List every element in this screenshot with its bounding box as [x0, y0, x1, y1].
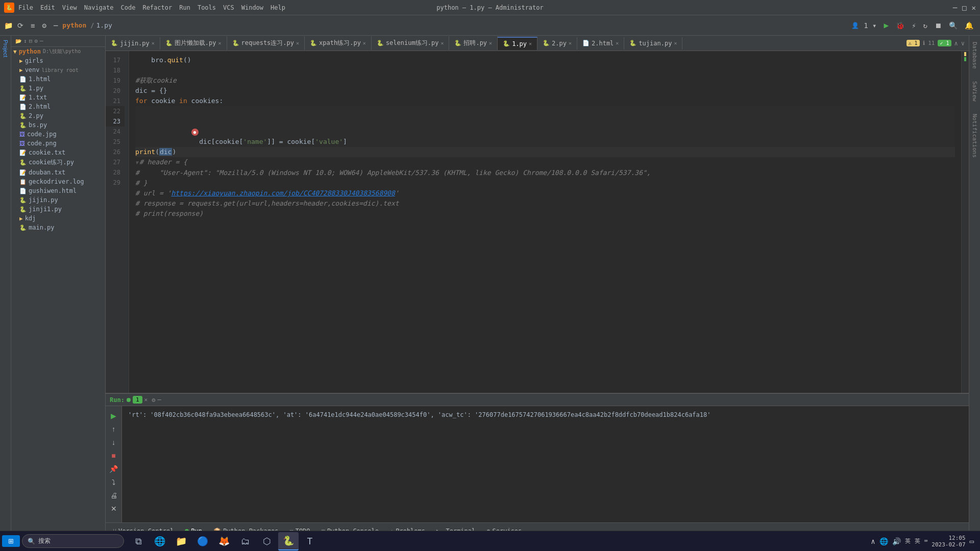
scroll-up-button[interactable]: ↑ — [108, 423, 119, 435]
menu-bar[interactable]: File Edit View Navigate Code Refactor Ru… — [18, 4, 285, 11]
debug-button[interactable]: 🐞 — [893, 20, 907, 31]
tab-close[interactable]: ✕ — [152, 40, 155, 46]
run-tab-item[interactable]: 1 ✕ — [127, 396, 148, 404]
sidebar-collapse-all[interactable]: ⊟ — [29, 38, 33, 44]
chevron-down-icon[interactable]: ∨ — [961, 40, 965, 47]
search-box[interactable]: 🔍 搜索 — [22, 534, 124, 548]
taskbar-app-app2[interactable]: ⬡ — [257, 532, 277, 550]
taskbar-app-explorer[interactable]: 📁 — [171, 532, 191, 550]
taskbar-app-chrome[interactable]: 🔵 — [192, 532, 213, 550]
tab-tupian[interactable]: 🐍 图片懒加载.py ✕ — [160, 36, 227, 50]
window-controls[interactable]: ─ □ ✕ — [953, 4, 976, 12]
tree-item-2py[interactable]: 🐍 2.py — [11, 111, 105, 120]
taskbar-app-taskview[interactable]: ⧉ — [128, 532, 149, 550]
tray-up-arrow[interactable]: ∧ — [871, 537, 875, 545]
taskbar-app-pycharm[interactable]: 🐍 — [278, 532, 299, 550]
menu-refactor[interactable]: Refactor — [142, 4, 172, 11]
taskbar-app-app4[interactable]: T — [300, 532, 320, 550]
run-close[interactable]: ✕ — [144, 396, 148, 403]
search-button[interactable]: 🔍 — [946, 20, 960, 31]
tree-root[interactable]: ▼ python D:\技能\pytho — [11, 47, 105, 56]
stop-button[interactable]: ⏹ — [932, 20, 944, 31]
tab-requests[interactable]: 🐍 requests连习.py ✕ — [227, 36, 305, 50]
close-panel-icon[interactable]: ─ — [157, 396, 161, 404]
sidebar-close[interactable]: ─ — [40, 38, 43, 44]
tree-item-codejpg[interactable]: 🖼 code.jpg — [11, 130, 105, 139]
menu-help[interactable]: Help — [271, 4, 285, 11]
menu-navigate[interactable]: Navigate — [84, 4, 114, 11]
tab-close[interactable]: ✕ — [569, 40, 572, 46]
tab-zhaopin[interactable]: 🐍 招聘.py ✕ — [449, 36, 498, 50]
taskbar-app-edge[interactable]: 🌐 — [150, 532, 170, 550]
minimize-button[interactable]: ─ — [953, 4, 957, 12]
run-play-button[interactable]: ▶ — [108, 410, 119, 421]
taskbar-app-firefox[interactable]: 🦊 — [214, 532, 234, 550]
tray-show-desktop[interactable]: ▭ — [970, 537, 974, 545]
chevron-up-icon[interactable]: ∧ — [954, 40, 958, 47]
tree-item-1py[interactable]: 🐍 1.py — [11, 84, 105, 93]
tray-network[interactable]: 🌐 — [879, 537, 888, 545]
settings-icon[interactable]: ⚙ — [152, 396, 155, 404]
clock[interactable]: 12:05 2023-02-07 — [932, 535, 965, 548]
menu-tools[interactable]: Tools — [198, 4, 216, 11]
taskbar-app-app1[interactable]: 🗂 — [235, 532, 256, 550]
tree-item-1txt[interactable]: 📝 1.txt — [11, 93, 105, 102]
database-panel-label[interactable]: Database — [971, 42, 978, 69]
tab-close[interactable]: ✕ — [296, 40, 299, 46]
tree-item-mainpy[interactable]: 🐍 main.py — [11, 223, 105, 232]
tab-selenium[interactable]: 🐍 selenium练习.py ✕ — [372, 36, 450, 50]
softrap-button[interactable]: ⤵ — [108, 477, 119, 488]
menu-vcs[interactable]: VCS — [223, 4, 234, 11]
tab-close[interactable]: ✕ — [529, 41, 532, 46]
start-button[interactable]: ⊞ — [2, 535, 20, 547]
update-button[interactable]: 🔔 — [962, 20, 976, 31]
tree-item-cookietxt[interactable]: 📝 cookie.txt — [11, 148, 105, 157]
tab-close[interactable]: ✕ — [489, 40, 492, 46]
sidebar-expand-icon[interactable]: ↕ — [23, 38, 27, 44]
tray-ime[interactable]: 英 — [915, 537, 920, 545]
tray-keyboard[interactable]: ⌨ — [924, 538, 928, 544]
notifications-panel-label[interactable]: Notifications — [971, 114, 978, 158]
menu-code[interactable]: Code — [121, 4, 136, 11]
run-config-dropdown[interactable]: 1 ▾ — [861, 20, 879, 31]
tab-tujian[interactable]: 🐍 tujian.py ✕ — [624, 37, 682, 49]
tree-item-kdj[interactable]: ▶ kdj — [11, 214, 105, 223]
tree-item-girls[interactable]: ▶ girls — [11, 56, 105, 65]
menu-file[interactable]: File — [18, 4, 33, 11]
tab-close[interactable]: ✕ — [363, 40, 366, 46]
sync-button[interactable]: ⟳ — [15, 20, 26, 31]
sidebar-settings[interactable]: ⚙ — [34, 38, 38, 44]
tree-item-1html[interactable]: 📄 1.html — [11, 74, 105, 84]
project-panel-button[interactable]: Project — [1, 38, 11, 59]
tab-1py[interactable]: 🐍 1.py ✕ — [498, 37, 537, 50]
close-button[interactable]: ✕ — [972, 4, 976, 12]
pin-button[interactable]: 📌 — [108, 463, 119, 474]
tree-item-codepng[interactable]: 🖼 code.png — [11, 139, 105, 148]
close-panel-button[interactable]: ─ — [51, 20, 60, 31]
tree-item-bspy[interactable]: 🐍 bs.py — [11, 120, 105, 130]
collapse-button[interactable]: ≡ — [28, 20, 37, 31]
tab-2html[interactable]: 📄 2.html ✕ — [577, 37, 624, 49]
tree-item-cookiepy[interactable]: 🐍 cookie练习.py — [11, 157, 105, 168]
stop-run-button[interactable]: ■ — [108, 450, 119, 461]
tree-item-gushiwen[interactable]: 📄 gushiwen.html — [11, 186, 105, 195]
tab-xpath[interactable]: 🐍 xpath练习.py ✕ — [305, 36, 372, 50]
tray-volume[interactable]: 🔊 — [892, 537, 901, 545]
coverage-button[interactable]: ⚡ — [909, 20, 918, 31]
tree-item-geckodriver[interactable]: 📋 geckodriver.log — [11, 177, 105, 186]
maximize-button[interactable]: □ — [962, 4, 966, 12]
print-button[interactable]: 🖨 — [108, 490, 119, 501]
scroll-down-button[interactable]: ↓ — [108, 437, 119, 448]
project-tree-icon[interactable]: 📁 — [4, 21, 13, 30]
menu-edit[interactable]: Edit — [40, 4, 55, 11]
tray-lang[interactable]: 英 — [905, 537, 911, 545]
run-button[interactable]: ▶ — [881, 19, 891, 32]
tab-jijin[interactable]: 🐍 jijin.py ✕ — [106, 37, 160, 49]
tree-item-venv[interactable]: ▶ venv library root — [11, 65, 105, 74]
menu-view[interactable]: View — [62, 4, 77, 11]
tree-item-2html[interactable]: 📄 2.html — [11, 102, 105, 111]
tree-item-jijin[interactable]: 🐍 jijin.py — [11, 195, 105, 205]
menu-window[interactable]: Window — [241, 4, 263, 11]
tab-close[interactable]: ✕ — [218, 40, 222, 46]
tab-close[interactable]: ✕ — [440, 40, 444, 46]
